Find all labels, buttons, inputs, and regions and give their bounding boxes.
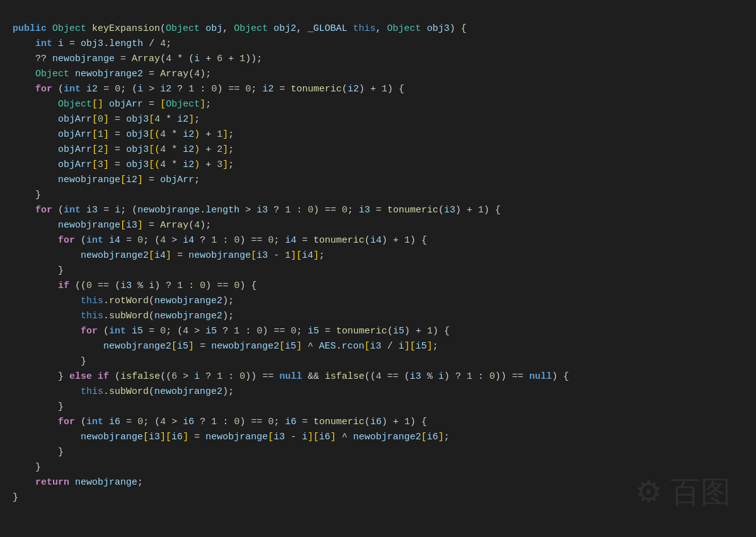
code-container: public Object keyExpansion(Object obj, O… xyxy=(0,0,756,537)
code-line-1: public Object keyExpansion(Object obj, O… xyxy=(13,23,569,503)
watermark: ⚙ 百图 xyxy=(635,468,731,517)
